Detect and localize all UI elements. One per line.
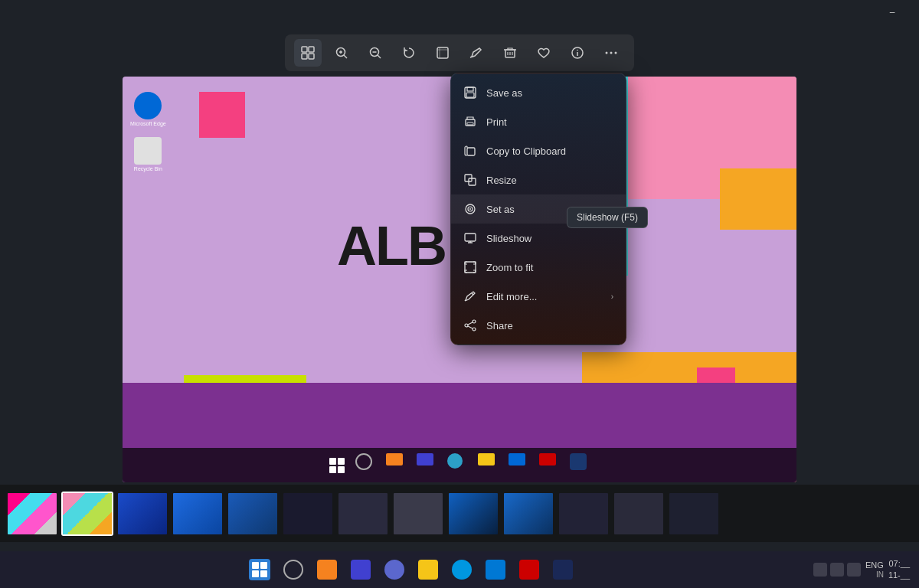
svg-line-42 — [468, 322, 473, 325]
minimize-button[interactable]: – — [875, 0, 910, 24]
title-bar: – — [0, 0, 919, 24]
toolbar-draw-btn[interactable] — [463, 39, 490, 67]
menu-item-zoom-fit[interactable]: Zoom to fit — [451, 253, 626, 282]
toolbar-more-btn[interactable] — [597, 39, 625, 67]
folder-btn[interactable] — [413, 554, 443, 585]
svg-rect-25 — [466, 93, 474, 97]
print-icon — [463, 115, 477, 129]
menu-label-slideshow: Slideshow — [486, 233, 531, 244]
menu-item-copy-clipboard[interactable]: Copy to Clipboard — [451, 136, 626, 165]
svg-rect-34 — [465, 234, 476, 241]
svg-rect-37 — [465, 262, 476, 273]
start-button[interactable] — [244, 554, 275, 585]
thumbnail-item[interactable] — [613, 492, 665, 536]
edge-btn[interactable] — [446, 554, 477, 585]
menu-label-zoom-fit: Zoom to fit — [486, 262, 533, 273]
store-btn[interactable] — [480, 554, 511, 585]
svg-rect-24 — [467, 87, 473, 91]
thumbnail-item[interactable] — [227, 492, 279, 536]
svg-rect-2 — [302, 54, 307, 59]
thumbnail-item[interactable] — [558, 492, 610, 536]
svg-rect-0 — [302, 47, 307, 52]
zoom-fit-icon — [463, 260, 477, 274]
app-red-btn[interactable] — [514, 554, 545, 585]
language-indicator: ENG — [865, 560, 884, 570]
menu-label-resize: Resize — [486, 175, 517, 186]
slideshow-shortcut-tooltip: Slideshow (F5) — [567, 207, 648, 228]
language-sub: IN — [876, 570, 884, 579]
svg-rect-28 — [467, 148, 475, 155]
thumbnail-item[interactable] — [61, 492, 113, 536]
menu-item-save-as[interactable]: Save as — [451, 78, 626, 107]
svg-rect-1 — [309, 47, 314, 52]
file-explorer-btn[interactable] — [312, 554, 342, 585]
thumbnail-item[interactable] — [392, 492, 444, 536]
toolbar-favorite-btn[interactable] — [530, 39, 558, 67]
menu-item-resize[interactable]: Resize — [451, 165, 626, 194]
chevron-up-icon[interactable] — [813, 563, 827, 577]
menu-label-edit-more: Edit more... — [486, 291, 537, 302]
search-taskbar-btn[interactable] — [278, 554, 309, 585]
toolbar-info-btn[interactable] — [564, 39, 591, 67]
toolbar-zoom-out-btn[interactable] — [361, 39, 389, 67]
svg-rect-27 — [467, 122, 473, 125]
svg-line-7 — [344, 55, 347, 58]
svg-rect-3 — [309, 54, 314, 59]
menu-label-print: Print — [486, 116, 507, 128]
svg-line-10 — [378, 55, 381, 58]
thumbnail-item[interactable] — [668, 492, 720, 536]
desktop-text: ALB — [337, 214, 446, 277]
system-icons — [813, 563, 861, 577]
clock-time: 07:__ — [888, 558, 910, 570]
menu-item-print[interactable]: Print — [451, 107, 626, 136]
taskbar-system-tray: ENG IN 07:__ 11-__ — [813, 558, 910, 582]
menu-label-set-as: Set as — [486, 204, 515, 215]
thumbnail-item[interactable] — [116, 492, 168, 536]
copy-icon — [463, 144, 477, 158]
thumbnail-item[interactable] — [502, 492, 554, 536]
chevron-right-icon-edit: › — [611, 292, 613, 301]
menu-item-edit-more[interactable]: Edit more... › — [451, 282, 626, 311]
menu-label-copy: Copy to Clipboard — [486, 145, 566, 157]
teams-btn[interactable] — [379, 554, 410, 585]
set-as-icon — [463, 202, 477, 216]
taskbar-center-apps — [244, 554, 578, 585]
svg-point-39 — [473, 320, 476, 323]
svg-point-41 — [473, 328, 476, 331]
svg-point-33 — [469, 208, 471, 210]
toolbar-rotate-btn[interactable] — [395, 39, 423, 67]
thumbnail-item[interactable] — [172, 492, 224, 536]
toolbar-delete-btn[interactable] — [496, 39, 524, 67]
toolbar-zoom-in-btn[interactable] — [328, 39, 355, 67]
svg-rect-11 — [437, 47, 448, 58]
system-clock[interactable]: 07:__ 11-__ — [888, 558, 910, 582]
slideshow-icon — [463, 231, 477, 245]
menu-item-share[interactable]: Share — [451, 311, 626, 340]
svg-point-40 — [465, 324, 468, 327]
edit-more-icon — [463, 289, 477, 303]
task-view-btn[interactable] — [345, 554, 376, 585]
svg-line-38 — [472, 293, 473, 295]
thumbnail-item[interactable] — [282, 492, 334, 536]
save-icon — [463, 86, 477, 100]
thumbnail-strip — [0, 485, 919, 542]
resize-icon — [463, 173, 477, 187]
network-icon[interactable] — [830, 563, 844, 577]
toolbar-crop-btn[interactable] — [429, 39, 456, 67]
thumbnail-item[interactable] — [6, 492, 58, 536]
volume-icon[interactable] — [847, 563, 861, 577]
windows-taskbar: ENG IN 07:__ 11-__ — [0, 551, 919, 588]
toolbar-grid-btn[interactable] — [294, 39, 322, 67]
svg-line-43 — [468, 326, 473, 328]
thumbnail-item[interactable] — [337, 492, 389, 536]
clock-date: 11-__ — [888, 570, 910, 581]
menu-label-share: Share — [486, 320, 513, 332]
app-navy-btn[interactable] — [548, 554, 578, 585]
svg-point-19 — [577, 50, 578, 51]
menu-label-save-as: Save as — [486, 87, 522, 99]
svg-point-21 — [610, 52, 613, 54]
thumbnail-item[interactable] — [447, 492, 499, 536]
svg-point-20 — [606, 52, 608, 54]
share-icon — [463, 318, 477, 332]
svg-point-22 — [615, 52, 617, 54]
